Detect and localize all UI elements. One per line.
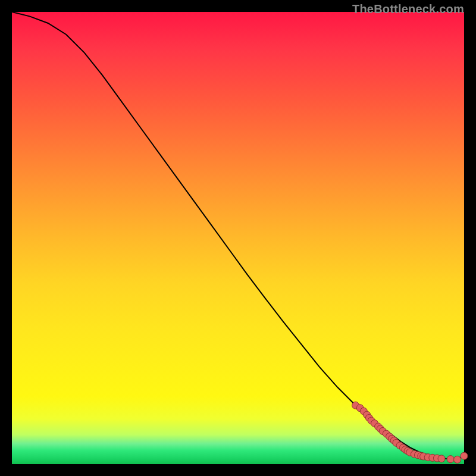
scatter-dot: [454, 456, 461, 463]
scatter-dot: [447, 456, 454, 463]
curve-line: [12, 12, 464, 459]
watermark-text: TheBottleneck.com: [352, 2, 464, 16]
scatter-dot: [438, 455, 445, 462]
scatter-dots: [352, 402, 468, 463]
scatter-dot: [461, 452, 468, 459]
chart-container: TheBottleneck.com: [0, 0, 476, 476]
plot-area: [12, 12, 464, 464]
chart-svg: [12, 12, 464, 464]
